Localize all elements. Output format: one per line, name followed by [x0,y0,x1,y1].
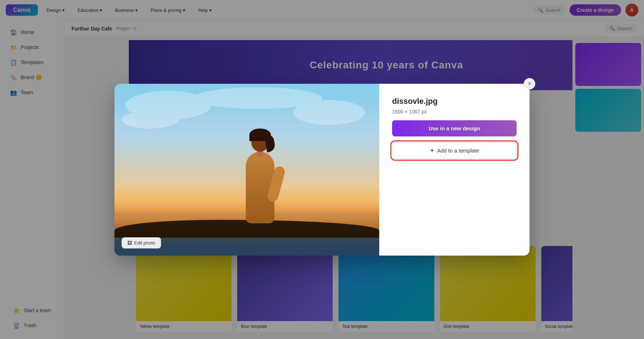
edit-photo-icon: 🖼 [127,240,132,246]
svg-point-3 [122,111,179,129]
modal-info-section: dissovle.jpg 1600 × 1067 px Use in a new… [379,84,530,256]
template-sparkle-icon: ✦ [430,147,434,154]
modal-close-button[interactable]: × [524,78,535,89]
image-modal: 🖼 Edit photo dissovle.jpg 1600 × 1067 px… [114,84,530,256]
edit-photo-button[interactable]: 🖼 Edit photo [122,237,161,248]
modal-dimensions: 1600 × 1067 px [392,109,517,115]
add-to-template-button[interactable]: ✦ Add to a template [392,142,517,159]
use-in-new-design-button[interactable]: Use in a new design [392,120,517,136]
modal-photo [114,84,379,256]
svg-point-2 [293,100,365,125]
modal-image-section: 🖼 Edit photo [114,84,379,256]
add-template-label: Add to a template [437,147,479,154]
edit-photo-label: Edit photo [134,240,155,246]
modal-filename: dissovle.jpg [392,97,517,106]
